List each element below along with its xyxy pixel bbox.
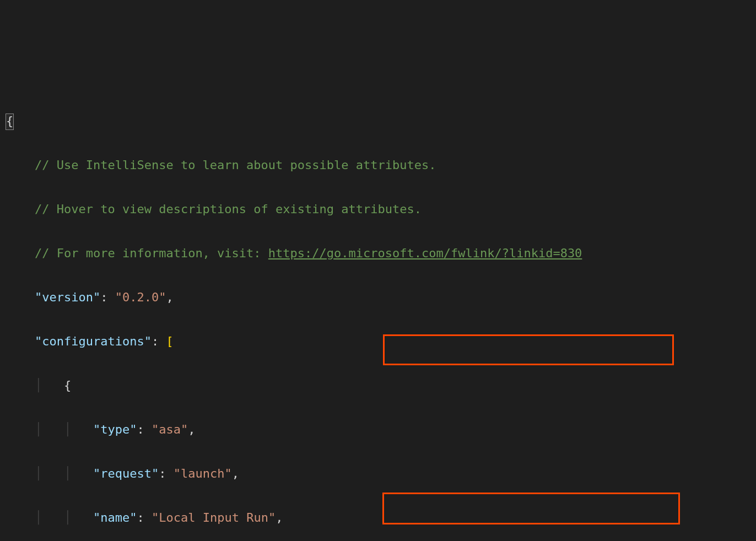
code-line[interactable]: "version": "0.2.0", <box>0 286 756 309</box>
doc-link[interactable]: https://go.microsoft.com/fwlink/?linkid=… <box>268 246 582 260</box>
json-value: "0.2.0" <box>115 290 166 304</box>
json-value: "asa" <box>152 423 188 436</box>
code-line[interactable]: │ │ "type": "asa", <box>0 419 756 441</box>
json-key: "version" <box>35 290 100 304</box>
comment: // Hover to view descriptions of existin… <box>35 202 422 216</box>
json-key: "request" <box>93 467 159 480</box>
json-value: "launch" <box>174 467 232 480</box>
brace-open: { <box>64 378 71 392</box>
json-key: "configurations" <box>35 334 152 348</box>
brace-open: { <box>6 113 14 130</box>
code-line[interactable]: │ │ "name": "Local Input Run", <box>0 507 756 529</box>
code-line[interactable]: // Hover to view descriptions of existin… <box>0 198 756 220</box>
json-key: "name" <box>93 511 137 524</box>
json-key: "type" <box>93 423 137 436</box>
json-value: "Local Input Run" <box>152 511 276 524</box>
code-line[interactable]: { <box>0 110 756 132</box>
code-line[interactable]: │ │ "request": "launch", <box>0 463 756 485</box>
code-line[interactable]: // For more information, visit: https://… <box>0 242 756 264</box>
code-line[interactable]: │ { <box>0 375 756 397</box>
code-line[interactable]: "configurations": [ <box>0 331 756 353</box>
code-editor[interactable]: { // Use IntelliSense to learn about pos… <box>0 88 756 541</box>
comment: // For more information, visit: https://… <box>35 246 582 260</box>
bracket-open: [ <box>166 334 173 348</box>
comment: // Use IntelliSense to learn about possi… <box>35 158 436 172</box>
code-line[interactable]: // Use IntelliSense to learn about possi… <box>0 154 756 176</box>
